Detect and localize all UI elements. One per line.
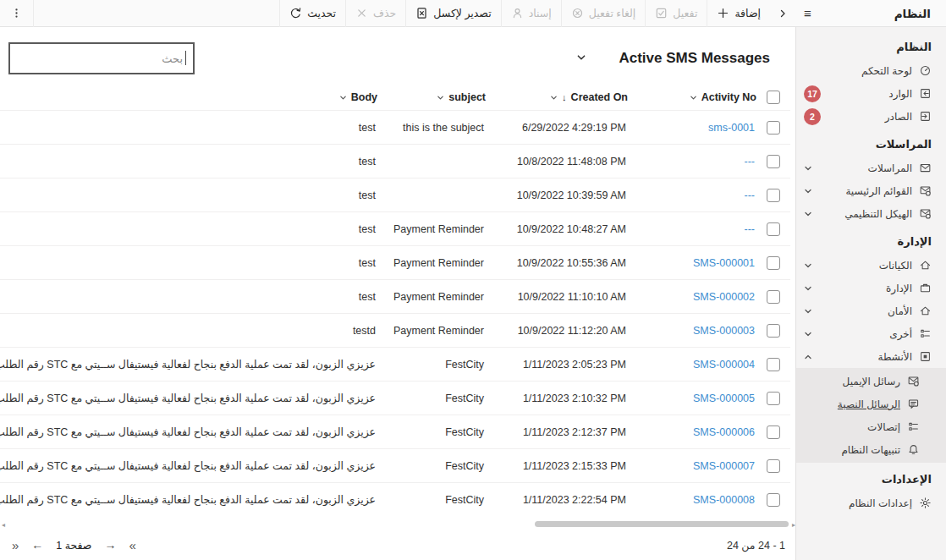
row-checkbox[interactable] bbox=[767, 425, 780, 439]
row-checkbox[interactable] bbox=[767, 493, 780, 507]
row-checkbox[interactable] bbox=[767, 358, 780, 371]
activity-no-link[interactable]: SMS-000007 bbox=[693, 460, 755, 472]
chevron-down-icon[interactable] bbox=[804, 210, 812, 218]
view-title[interactable]: Active SMS Messages bbox=[619, 50, 770, 67]
select-all-checkbox[interactable] bbox=[767, 91, 780, 104]
chevron-down-icon[interactable] bbox=[804, 307, 812, 316]
created-on-value: 1/11/2023 2:12:37 PM bbox=[523, 426, 626, 438]
chevron-down-icon[interactable] bbox=[550, 94, 558, 102]
delete-button[interactable]: حذف bbox=[345, 0, 405, 27]
sidebar-item-system-alerts[interactable]: تنبيهات النظام bbox=[796, 438, 946, 461]
activity-no-link[interactable]: --- bbox=[745, 223, 756, 235]
mail-org-icon bbox=[919, 207, 932, 220]
search-input[interactable] bbox=[8, 42, 195, 74]
previous-page-button[interactable]: → bbox=[104, 538, 116, 552]
scroll-left-arrow-icon[interactable]: ◂ bbox=[2, 521, 5, 529]
column-label: Activity No bbox=[701, 91, 756, 103]
row-checkbox[interactable] bbox=[767, 256, 780, 270]
sidebar-item-inbox[interactable]: الوارد 17 bbox=[796, 82, 946, 105]
row-checkbox[interactable] bbox=[767, 121, 780, 135]
column-header-body[interactable]: Body bbox=[0, 91, 377, 103]
row-checkbox[interactable] bbox=[767, 324, 780, 338]
sidebar-item-dashboard[interactable]: لوحة التحكم bbox=[796, 59, 946, 82]
row-checkbox[interactable] bbox=[767, 189, 780, 202]
column-header-activity-no[interactable]: Activity No bbox=[628, 91, 756, 103]
outbox-count-badge: 2 bbox=[804, 108, 821, 125]
activity-no-link[interactable]: SMS-000001 bbox=[693, 257, 755, 269]
add-button[interactable]: إضافة bbox=[707, 0, 770, 27]
scrollbar-thumb[interactable] bbox=[535, 521, 789, 527]
chevron-down-icon[interactable] bbox=[339, 94, 347, 102]
activity-no-link[interactable]: SMS-000006 bbox=[693, 426, 755, 438]
row-checkbox[interactable] bbox=[767, 155, 780, 168]
chevron-down-icon[interactable] bbox=[804, 187, 812, 195]
activity-no-link[interactable]: SMS-000003 bbox=[693, 325, 755, 337]
activity-no-link[interactable]: SMS-000004 bbox=[693, 359, 755, 371]
assign-button[interactable]: إسناد bbox=[501, 0, 561, 27]
chevron-down-icon[interactable] bbox=[437, 94, 444, 102]
activity-no-link[interactable]: SMS-000008 bbox=[693, 494, 755, 506]
activity-no-link[interactable]: SMS-000002 bbox=[693, 291, 755, 303]
table-row: SMS-000001 10/9/2022 10:55:36 AM Payment… bbox=[0, 245, 790, 279]
view-header: Active SMS Messages bbox=[0, 27, 795, 85]
activate-label: تفعيل bbox=[673, 7, 697, 19]
list-icon bbox=[907, 420, 920, 433]
sidebar-item-calls[interactable]: إتصالات bbox=[796, 415, 946, 438]
commandbar-expand-chevron[interactable] bbox=[770, 9, 795, 18]
sidebar-item-entities[interactable]: الكيانات bbox=[796, 254, 946, 277]
row-checkbox[interactable] bbox=[767, 222, 780, 236]
activity-no-link[interactable]: --- bbox=[745, 156, 756, 167]
chevron-down-icon[interactable] bbox=[804, 284, 812, 293]
sidebar-item-sms-messages[interactable]: الرسائل النصية bbox=[796, 393, 946, 415]
scroll-right-arrow-icon[interactable]: ▸ bbox=[792, 521, 795, 529]
hamburger-icon[interactable]: ≡ bbox=[804, 7, 811, 19]
created-on-value: 1/11/2023 2:10:32 PM bbox=[523, 393, 626, 404]
list-icon bbox=[919, 327, 932, 340]
subject-value: Payment Reminder bbox=[377, 325, 486, 337]
next-page-button[interactable]: ← bbox=[31, 538, 43, 552]
sidebar-item-administration[interactable]: الإدارة bbox=[796, 277, 946, 299]
activity-no-link[interactable]: SMS-000005 bbox=[693, 393, 755, 404]
sidebar-item-correspondence[interactable]: المراسلات bbox=[796, 156, 946, 179]
chevron-down-icon[interactable] bbox=[804, 330, 812, 338]
sidebar-item-system-settings[interactable]: إعدادات النظام bbox=[796, 491, 946, 514]
sidebar-item-other[interactable]: أخرى bbox=[796, 322, 946, 345]
body-value: testd bbox=[0, 325, 377, 337]
more-commands-button[interactable] bbox=[0, 0, 34, 27]
sidebar-item-label: رسائل الإيميل bbox=[843, 376, 900, 387]
subject-value: Payment Reminder bbox=[377, 291, 486, 303]
email-message-icon bbox=[907, 375, 920, 387]
chevron-up-icon[interactable] bbox=[804, 353, 812, 361]
activity-no-link[interactable]: --- bbox=[745, 189, 756, 201]
select-all-cell bbox=[756, 91, 790, 104]
created-on-value: 6/29/2022 4:29:19 PM bbox=[522, 122, 626, 134]
view-selector-chevron[interactable] bbox=[576, 51, 586, 66]
activate-button[interactable]: تفعيل bbox=[645, 0, 707, 27]
chevron-down-icon bbox=[576, 52, 586, 63]
column-header-subject[interactable]: subject bbox=[377, 91, 486, 103]
sidebar-item-security[interactable]: الأمان bbox=[796, 299, 946, 322]
chevron-down-icon[interactable] bbox=[804, 261, 812, 270]
created-on-value: 1/11/2023 2:22:54 PM bbox=[523, 494, 626, 506]
row-checkbox[interactable] bbox=[767, 459, 780, 473]
sidebar-item-email-messages[interactable]: رسائل الإيميل bbox=[796, 370, 946, 393]
horizontal-scrollbar: ◂ ▸ bbox=[0, 518, 795, 530]
activity-no-link[interactable]: sms-0001 bbox=[708, 122, 755, 134]
refresh-button[interactable]: تحديث bbox=[279, 0, 345, 27]
column-header-created-on[interactable]: Created On ↓ bbox=[486, 91, 628, 103]
chevron-down-icon[interactable] bbox=[690, 94, 697, 102]
row-checkbox[interactable] bbox=[767, 290, 780, 304]
row-checkbox[interactable] bbox=[767, 392, 780, 405]
created-on-value: 1/11/2023 2:05:23 PM bbox=[523, 359, 626, 371]
sidebar-item-label: إتصالات bbox=[867, 421, 900, 433]
sidebar-item-org-structure[interactable]: الهيكل التنظيمي bbox=[796, 202, 946, 225]
sidebar-item-activities[interactable]: الأنشطة bbox=[796, 345, 946, 368]
sidebar-item-main-lists[interactable]: القوائم الرئيسية bbox=[796, 179, 946, 202]
chevron-down-icon[interactable] bbox=[804, 164, 812, 173]
export-excel-button[interactable]: تصدير لإكسل bbox=[405, 0, 500, 27]
last-page-button[interactable]: « bbox=[12, 538, 19, 552]
subject-value: Payment Reminder bbox=[377, 223, 486, 235]
first-page-button[interactable]: » bbox=[129, 538, 135, 552]
deactivate-button[interactable]: إلغاء تفعيل bbox=[561, 0, 646, 27]
sidebar-item-outbox[interactable]: الصادر 2 bbox=[796, 105, 946, 128]
